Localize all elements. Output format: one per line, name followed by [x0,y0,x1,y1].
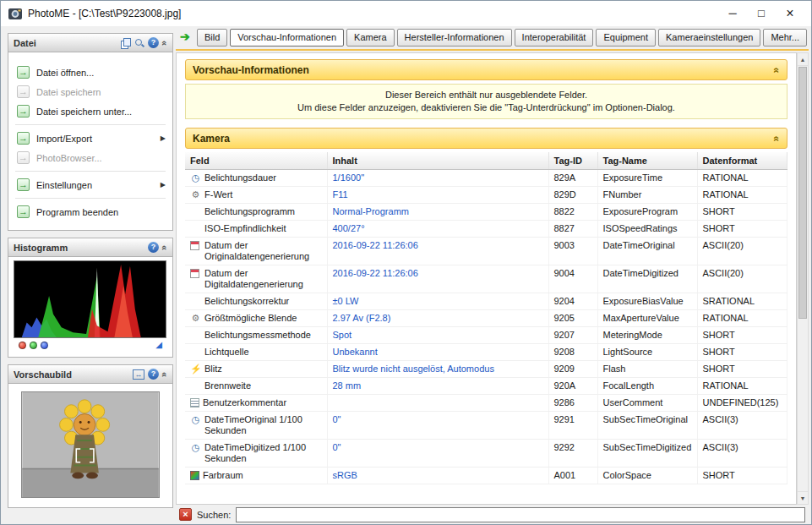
help-icon[interactable] [148,242,159,253]
vertical-scrollbar[interactable]: ▲ ▼ [797,52,809,505]
field-label: Datum der Originaldatengenerierung [204,240,322,262]
value-cell: F11 [327,187,548,204]
go-arrow-icon[interactable] [177,30,193,45]
menu-separator [15,124,166,125]
tab-hersteller-informationen[interactable]: Hersteller-Informationen [397,29,512,46]
column-header[interactable]: Tag-ID [548,152,597,170]
green-channel-toggle[interactable] [30,342,37,349]
table-row[interactable]: DateTimeDigitized 1/100 Sekunden0"9292Su… [185,440,787,468]
collapse-icon[interactable] [160,244,170,249]
collapse-icon[interactable] [160,371,170,376]
field-cell: Blitz [185,361,327,378]
search-label: Suchen: [197,510,231,520]
expand-histogram-icon[interactable] [155,341,162,349]
histogramm-panel-title: Histogramm [14,243,144,253]
close-search-icon[interactable] [179,508,192,521]
table-row[interactable]: Belichtungsdauer1/1600"829AExposureTimeR… [185,170,787,187]
table-row[interactable]: BelichtungsprogrammNormal-Programm8822Ex… [185,204,787,221]
info-line-1: Dieser Bereich enthält nur ausgeblendete… [189,89,783,101]
table-row[interactable]: Datum der Originaldatengenerierung2016-0… [185,238,787,265]
table-row[interactable]: FarbraumsRGBA001ColorSpaceSHORT [185,468,787,484]
histogramm-panel: Histogramm [8,238,173,358]
menu-item-save-as[interactable]: Datei speichern unter... [8,101,172,121]
datei-panel-title: Datei [14,38,117,48]
menu-item-label: Einstellungen [36,180,92,190]
tab-equipment[interactable]: Equipment [596,29,656,46]
menu-item-open[interactable]: Datei öffnen... [8,63,172,82]
tag-id-cell: 829A [548,170,597,187]
no-icon [190,223,201,233]
title-bar: PhotoME - [C:\Test\P9223008.jpg] ─ □ × [1,1,811,26]
green-arrow-icon [17,66,30,79]
collapse-section-icon[interactable] [771,67,783,73]
tag-name-cell: DateTimeDigitized [597,265,697,293]
scroll-up-button[interactable]: ▲ [798,53,808,66]
tab-kameraeinstellungen[interactable]: Kameraeinstellungen [658,29,760,46]
field-cell: Benutzerkommentar [185,395,327,412]
field-label: Brennweite [204,380,322,391]
tag-id-cell: 9205 [548,310,597,327]
column-header[interactable]: Datenformat [697,152,787,170]
column-header[interactable]: Feld [185,152,327,170]
search-input[interactable] [236,507,805,522]
table-row[interactable]: Größtmögliche Blende2.97 Av (F2.8)9205Ma… [185,310,787,327]
table-row[interactable]: Brennweite28 mm920AFocalLengthRATIONAL [185,378,787,395]
table-row[interactable]: BelichtungsmessmethodeSpot9207MeteringMo… [185,327,787,344]
submenu-arrow-icon [161,134,166,142]
table-row[interactable]: ISO-Empfindlichkeit400/27°8827ISOSpeedRa… [185,221,787,238]
green-arrow-icon [17,178,30,191]
copy-icon[interactable] [121,38,131,48]
table-row[interactable]: BlitzBlitz wurde nicht ausgelöst, Automo… [185,361,787,378]
menu-item-import-export[interactable]: Import/Export [8,129,172,148]
data-format-cell: SRATIONAL [697,293,787,310]
field-cell: DateTimeDigitized 1/100 Sekunden [185,440,327,468]
tab-mehr[interactable]: Mehr... [763,29,807,46]
scroll-down-button[interactable]: ▼ [798,491,808,504]
tab-kamera[interactable]: Kamera [346,29,395,46]
kamera-section-header[interactable]: Kamera [185,128,787,149]
table-row[interactable]: DateTimeOriginal 1/100 Sekunden0"9291Sub… [185,412,787,440]
value-cell [327,395,548,412]
blue-channel-toggle[interactable] [41,342,48,349]
table-row[interactable]: Datum der Digitaldatengenerierung2016-09… [185,265,787,293]
cube-icon [190,471,199,480]
close-button[interactable]: × [776,3,804,25]
vorschau-section-title: Vorschau-Informationen [193,64,774,76]
red-channel-toggle[interactable] [19,342,26,349]
data-format-cell: ASCII(20) [697,265,787,293]
field-label: Belichtungskorrektur [204,296,322,307]
search-icon[interactable] [134,38,144,48]
histogram-body [8,257,172,353]
maximize-button[interactable]: □ [747,3,776,25]
table-row[interactable]: Benutzerkommentar9286UserCommentUNDEFINE… [185,395,787,412]
table-row[interactable]: F-WertF11829DFNumberRATIONAL [185,187,787,204]
datei-panel: Datei Datei öffnen...Datei speichernDate… [8,33,173,231]
collapse-icon[interactable] [160,40,170,45]
vorschau-section-header[interactable]: Vorschau-Informationen [185,59,787,80]
help-icon[interactable] [148,369,159,380]
app-icon [8,6,23,21]
column-header[interactable]: Tag-Name [597,152,697,170]
tab-bild[interactable]: Bild [197,29,227,46]
help-icon[interactable] [148,37,159,48]
value-cell: 2016-09-22 11:26:06 [327,265,548,293]
table-row[interactable]: LichtquelleUnbekannt9208LightSourceSHORT [185,344,787,361]
scrollbar-thumb[interactable] [798,67,807,319]
table-row[interactable]: Belichtungskorrektur±0 LW9204ExposureBia… [185,293,787,310]
preview-image[interactable] [21,391,160,498]
minimize-button[interactable]: ─ [718,3,747,25]
clock-icon [190,414,201,424]
datei-menu: Datei öffnen...Datei speichernDatei spei… [8,52,172,221]
green-arrow-icon [17,205,30,218]
column-header[interactable]: Inhalt [327,152,548,170]
menu-item-settings[interactable]: Einstellungen [8,175,172,194]
menu-item-label: Datei speichern unter... [36,107,132,117]
menu-item-exit[interactable]: Programm beenden [8,202,172,221]
tab-vorschau-informationen[interactable]: Vorschau-Informationen [230,29,344,46]
menu-item-save: Datei speichern [8,82,172,101]
tag-id-cell: 9003 [548,238,597,265]
fit-image-icon[interactable] [133,369,144,380]
collapse-section-icon[interactable] [771,135,783,141]
field-cell: Belichtungsmessmethode [185,327,327,344]
tab-interoperabilitaet[interactable]: Interoperabilität [515,29,594,46]
